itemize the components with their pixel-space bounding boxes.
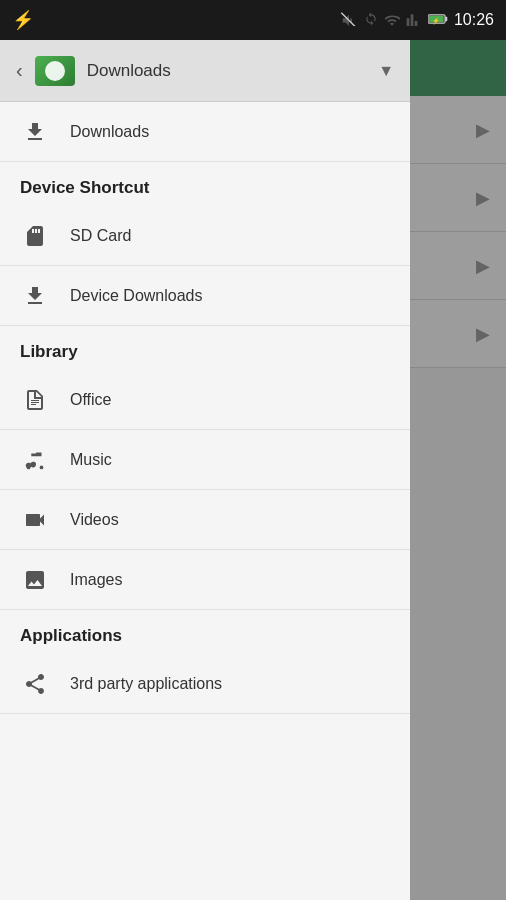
- drawer-item-office-label: Office: [70, 391, 112, 409]
- svg-text:⚡: ⚡: [432, 16, 441, 24]
- section-applications-title: Applications: [20, 626, 122, 645]
- status-time: 10:26: [454, 11, 494, 29]
- svg-rect-2: [445, 16, 447, 20]
- sd-card-icon: [20, 224, 50, 248]
- app-logo: [35, 56, 75, 86]
- section-device-shortcut: Device Shortcut: [0, 162, 410, 206]
- mute-icon: [340, 12, 358, 29]
- status-right: ⚡ 10:26: [340, 11, 494, 29]
- device-downloads-icon: [20, 284, 50, 308]
- drawer-scroll[interactable]: Downloads Device Shortcut SD Card Device…: [0, 102, 410, 900]
- status-bar: ⚡: [0, 0, 506, 40]
- images-icon: [20, 568, 50, 592]
- drawer-item-downloads[interactable]: Downloads: [0, 102, 410, 162]
- section-device-shortcut-title: Device Shortcut: [20, 178, 149, 197]
- drawer-item-images-label: Images: [70, 571, 122, 589]
- usb-icon: ⚡: [12, 9, 34, 31]
- drawer-item-music[interactable]: Music: [0, 430, 410, 490]
- svg-point-6: [40, 465, 44, 469]
- signal-icon: [406, 12, 422, 29]
- drawer-header-chevron: ▼: [378, 62, 394, 80]
- back-icon[interactable]: ‹: [16, 59, 23, 82]
- drawer-item-office[interactable]: Office: [0, 370, 410, 430]
- svg-point-5: [27, 465, 31, 469]
- drawer-item-music-label: Music: [70, 451, 112, 469]
- video-icon: [20, 508, 50, 532]
- download-icon: [20, 120, 50, 144]
- drawer-title: Downloads: [87, 61, 171, 81]
- sync-icon: [364, 12, 378, 29]
- drawer-header: ‹ Downloads ▼: [0, 40, 410, 102]
- music-icon: [20, 448, 50, 472]
- status-left: ⚡: [12, 9, 34, 31]
- drawer-item-3rd-party-label: 3rd party applications: [70, 675, 222, 693]
- wifi-icon: [384, 12, 400, 29]
- section-applications: Applications: [0, 610, 410, 654]
- office-icon: [20, 388, 50, 412]
- drawer-item-device-downloads-label: Device Downloads: [70, 287, 203, 305]
- navigation-drawer: ‹ Downloads ▼ Downloads Device Shortcut: [0, 40, 410, 900]
- section-library: Library: [0, 326, 410, 370]
- logo-inner: [45, 61, 65, 81]
- drawer-item-videos-label: Videos: [70, 511, 119, 529]
- drawer-item-images[interactable]: Images: [0, 550, 410, 610]
- section-library-title: Library: [20, 342, 78, 361]
- share-icon: [20, 672, 50, 696]
- drawer-item-device-downloads[interactable]: Device Downloads: [0, 266, 410, 326]
- drawer-item-sd-card-label: SD Card: [70, 227, 131, 245]
- drawer-item-downloads-label: Downloads: [70, 123, 149, 141]
- drawer-item-sd-card[interactable]: SD Card: [0, 206, 410, 266]
- battery-icon: ⚡: [428, 12, 448, 29]
- drawer-item-videos[interactable]: Videos: [0, 490, 410, 550]
- drawer-item-3rd-party[interactable]: 3rd party applications: [0, 654, 410, 714]
